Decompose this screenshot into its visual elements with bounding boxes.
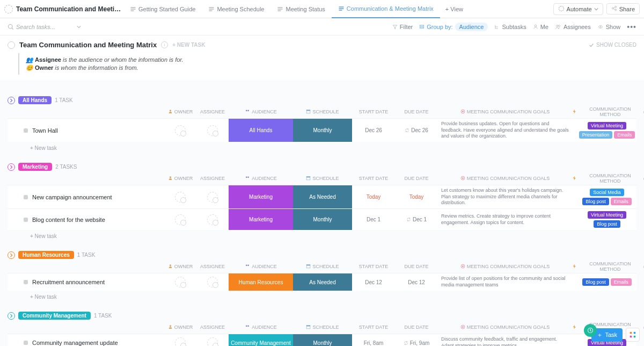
due-date-cell[interactable]: Today [395, 185, 438, 208]
task-name-cell[interactable]: Blog content for the website [19, 209, 164, 230]
group-header[interactable]: Human Resources1 TASK [8, 251, 636, 259]
show-closed-button[interactable]: SHOW CLOSED [589, 42, 636, 48]
owner-cell[interactable] [164, 209, 196, 230]
collapse-icon[interactable] [8, 251, 15, 259]
method-cell[interactable]: Social MediaBlog postEmails [572, 185, 642, 208]
owner-cell[interactable] [164, 273, 196, 291]
owner-cell[interactable] [164, 334, 196, 346]
avatar-placeholder-icon[interactable] [175, 214, 186, 225]
status-square-icon[interactable] [24, 195, 28, 199]
avatar-placeholder-icon[interactable] [175, 125, 186, 136]
avatar-placeholder-icon[interactable] [207, 337, 218, 346]
add-column-button[interactable]: ⊕ [642, 263, 644, 271]
assignee-cell[interactable] [196, 334, 229, 346]
start-date-cell[interactable]: Fri, 8am [352, 334, 395, 346]
avatar-placeholder-icon[interactable] [207, 125, 218, 136]
audience-cell[interactable]: All Hands [229, 119, 293, 142]
search-input[interactable]: Search tasks... [4, 24, 77, 30]
assignee-cell[interactable] [196, 273, 229, 291]
table-row[interactable]: Town HallAll HandsMonthlyDec 26Dec 26Pro… [8, 118, 636, 142]
tab-meeting-schedule[interactable]: Meeting Schedule [202, 0, 270, 18]
schedule-cell[interactable]: Monthly [293, 334, 352, 346]
schedule-cell[interactable]: Monthly [293, 119, 352, 142]
start-date-cell[interactable]: Today [352, 185, 395, 208]
method-tag[interactable]: Social Media [590, 189, 624, 196]
avatar-placeholder-icon[interactable] [175, 337, 186, 346]
schedule-cell[interactable]: As Needed [293, 185, 352, 208]
status-square-icon[interactable] [24, 280, 28, 284]
task-name-cell[interactable]: Community management update [19, 334, 164, 346]
group-tag[interactable]: All Hands [18, 96, 52, 104]
task-name-cell[interactable]: Town Hall [19, 119, 164, 142]
table-row[interactable]: New campaign announcementMarketingAs Nee… [8, 185, 636, 208]
method-tag[interactable]: Emails [614, 131, 635, 139]
automate-button[interactable]: Automate [553, 3, 603, 15]
doc-title[interactable]: Team Communication and Meeting Ma... [16, 5, 123, 13]
add-column-button[interactable]: ⊕ [642, 323, 644, 331]
info-icon[interactable]: i [161, 41, 168, 48]
new-task-button[interactable]: + New task [8, 291, 636, 300]
task-name-cell[interactable]: Recruitment announcement [19, 273, 164, 291]
table-row[interactable]: Blog content for the websiteMarketingMon… [8, 208, 636, 230]
method-tag[interactable]: Virtual Meeting [588, 122, 626, 129]
new-task-fab[interactable]: ＋Task [591, 328, 623, 342]
goals-cell[interactable]: Review metrics. Create strategy to impro… [438, 209, 572, 230]
group-by-value[interactable]: Audience [455, 23, 488, 31]
audience-cell[interactable]: Marketing [229, 209, 293, 230]
group-header[interactable]: All Hands1 TASK [8, 96, 636, 104]
new-task-header-button[interactable]: + NEW TASK [172, 42, 205, 48]
goals-cell[interactable]: Provide list of open positions for the c… [438, 273, 572, 291]
method-tag[interactable]: Blog post [594, 220, 620, 228]
schedule-cell[interactable]: As Needed [293, 273, 352, 291]
audience-cell[interactable]: Community Management [229, 334, 293, 346]
show-button[interactable]: Show [594, 24, 624, 30]
add-column-button[interactable]: ⊕ [642, 108, 644, 116]
audience-cell[interactable]: Human Resources [229, 273, 293, 291]
group-tag[interactable]: Marketing [18, 163, 52, 171]
group-header[interactable]: Marketing2 TASKS [8, 163, 636, 171]
collapse-icon[interactable] [8, 163, 15, 171]
group-by-button[interactable]: Group by: Audience [416, 23, 491, 31]
status-square-icon[interactable] [24, 341, 28, 345]
avatar-placeholder-icon[interactable] [207, 192, 218, 203]
collapse-icon[interactable] [8, 97, 15, 104]
assignee-cell[interactable] [196, 209, 229, 230]
share-button[interactable]: Share [606, 3, 640, 15]
status-square-icon[interactable] [24, 218, 28, 222]
method-cell[interactable]: Blog postEmails [572, 273, 642, 291]
group-header[interactable]: Community Management1 TASK [8, 312, 636, 320]
tab-getting-started-guide[interactable]: Getting Started Guide [123, 0, 202, 18]
method-tag[interactable]: Blog post [582, 198, 609, 205]
subtasks-button[interactable]: Subtasks [491, 24, 529, 30]
new-task-button[interactable]: + New task [8, 142, 636, 151]
method-tag[interactable]: Emails [611, 198, 632, 205]
goals-cell[interactable]: Discuss community feedback, traffic and … [438, 334, 572, 346]
avatar-placeholder-icon[interactable] [175, 277, 186, 287]
collapse-icon[interactable] [8, 312, 15, 320]
status-square-icon[interactable] [24, 128, 28, 133]
assignees-button[interactable]: Assignees [552, 24, 594, 30]
due-date-cell[interactable]: Dec 12 [395, 273, 438, 291]
start-date-cell[interactable]: Dec 1 [352, 209, 395, 230]
assignee-cell[interactable] [196, 185, 229, 208]
due-date-cell[interactable]: Dec 1 [395, 209, 438, 230]
add-column-button[interactable]: ⊕ [642, 175, 644, 183]
audience-cell[interactable]: Marketing [229, 185, 293, 208]
avatar-placeholder-icon[interactable] [207, 277, 218, 287]
assignee-cell[interactable] [196, 119, 229, 142]
start-date-cell[interactable]: Dec 26 [352, 119, 395, 142]
me-button[interactable]: Me [530, 24, 552, 30]
owner-cell[interactable] [164, 185, 196, 208]
new-task-button[interactable]: + New task [8, 230, 636, 239]
start-date-cell[interactable]: Dec 12 [352, 273, 395, 291]
group-tag[interactable]: Human Resources [18, 251, 74, 259]
method-tag[interactable]: Virtual Meeting [588, 211, 626, 219]
method-tag[interactable]: Presentation [579, 131, 613, 139]
due-date-cell[interactable]: Fri, 9am [395, 334, 438, 346]
tab-meeting-status[interactable]: Meeting Status [270, 0, 331, 18]
method-tag[interactable]: Blog post [582, 278, 609, 286]
chevron-down-icon[interactable] [77, 25, 81, 29]
table-row[interactable]: Community management updateCommunity Man… [8, 334, 636, 346]
goals-cell[interactable]: Provide business updates. Open for quest… [438, 119, 572, 142]
add-view-button[interactable]: + View [440, 6, 469, 12]
